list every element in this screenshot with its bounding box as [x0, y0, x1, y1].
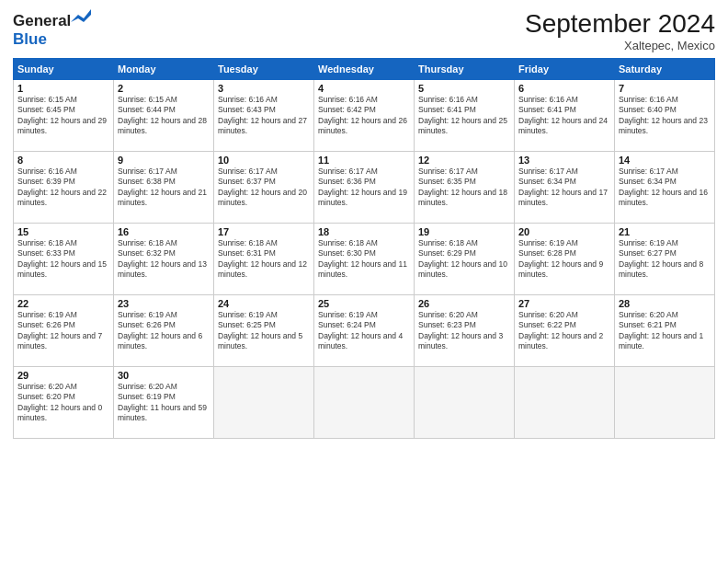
table-row: 29Sunrise: 6:20 AMSunset: 6:20 PMDayligh… [14, 367, 114, 439]
day-number: 28 [619, 298, 711, 309]
day-info: Sunrise: 6:15 AMSunset: 6:44 PMDaylight:… [118, 95, 210, 137]
logo: General Blue [13, 9, 91, 49]
day-info: Sunrise: 6:19 AMSunset: 6:26 PMDaylight:… [17, 310, 109, 352]
day-info: Sunrise: 6:18 AMSunset: 6:29 PMDaylight:… [418, 238, 510, 281]
day-info: Sunrise: 6:17 AMSunset: 6:34 PMDaylight:… [518, 167, 610, 209]
table-row [314, 367, 415, 439]
day-number: 19 [418, 226, 510, 237]
day-number: 16 [118, 226, 210, 237]
table-row: 6Sunrise: 6:16 AMSunset: 6:41 PMDaylight… [515, 80, 615, 152]
day-info: Sunrise: 6:20 AMSunset: 6:20 PMDaylight:… [17, 382, 109, 424]
day-number: 4 [318, 83, 410, 94]
header-friday: Friday [515, 59, 615, 80]
day-info: Sunrise: 6:15 AMSunset: 6:45 PMDaylight:… [17, 95, 109, 137]
day-number: 2 [118, 83, 210, 94]
calendar-header-row: Sunday Monday Tuesday Wednesday Thursday… [14, 59, 715, 80]
calendar-week-row: 8Sunrise: 6:16 AMSunset: 6:39 PMDaylight… [14, 152, 715, 224]
table-row [615, 367, 715, 439]
logo-blue: Blue [13, 30, 47, 48]
table-row: 7Sunrise: 6:16 AMSunset: 6:40 PMDaylight… [615, 80, 715, 152]
table-row: 27Sunrise: 6:20 AMSunset: 6:22 PMDayligh… [515, 295, 615, 367]
header-tuesday: Tuesday [214, 59, 314, 80]
day-info: Sunrise: 6:16 AMSunset: 6:42 PMDaylight:… [318, 95, 410, 137]
table-row: 15Sunrise: 6:18 AMSunset: 6:33 PMDayligh… [14, 224, 114, 295]
day-info: Sunrise: 6:20 AMSunset: 6:22 PMDaylight:… [518, 310, 610, 352]
day-info: Sunrise: 6:16 AMSunset: 6:40 PMDaylight:… [619, 95, 711, 137]
day-info: Sunrise: 6:18 AMSunset: 6:32 PMDaylight:… [118, 238, 210, 281]
table-row: 22Sunrise: 6:19 AMSunset: 6:26 PMDayligh… [14, 295, 114, 367]
day-number: 7 [619, 83, 711, 94]
header-monday: Monday [114, 59, 214, 80]
day-number: 10 [218, 155, 310, 166]
table-row: 16Sunrise: 6:18 AMSunset: 6:32 PMDayligh… [114, 224, 214, 295]
table-row: 17Sunrise: 6:18 AMSunset: 6:31 PMDayligh… [214, 224, 314, 295]
logo-general: General [13, 12, 71, 29]
day-info: Sunrise: 6:19 AMSunset: 6:26 PMDaylight:… [118, 310, 210, 352]
day-info: Sunrise: 6:19 AMSunset: 6:28 PMDaylight:… [518, 238, 610, 281]
day-info: Sunrise: 6:18 AMSunset: 6:31 PMDaylight:… [218, 238, 310, 281]
day-info: Sunrise: 6:20 AMSunset: 6:19 PMDaylight:… [118, 382, 210, 424]
day-number: 11 [318, 155, 410, 166]
day-info: Sunrise: 6:17 AMSunset: 6:34 PMDaylight:… [619, 167, 711, 209]
month-title: September 2024 [525, 9, 715, 39]
day-number: 1 [17, 83, 109, 94]
day-number: 6 [518, 83, 610, 94]
day-info: Sunrise: 6:17 AMSunset: 6:38 PMDaylight:… [118, 167, 210, 209]
table-row: 19Sunrise: 6:18 AMSunset: 6:29 PMDayligh… [415, 224, 515, 295]
day-info: Sunrise: 6:19 AMSunset: 6:24 PMDaylight:… [318, 310, 410, 352]
table-row [415, 367, 515, 439]
day-number: 8 [17, 155, 109, 166]
day-info: Sunrise: 6:16 AMSunset: 6:41 PMDaylight:… [518, 95, 610, 137]
day-number: 9 [118, 155, 210, 166]
header: General Blue September 2024 Xaltepec, Me… [13, 9, 715, 52]
day-number: 30 [118, 370, 210, 381]
day-number: 26 [418, 298, 510, 309]
table-row: 5Sunrise: 6:16 AMSunset: 6:41 PMDaylight… [415, 80, 515, 152]
table-row: 13Sunrise: 6:17 AMSunset: 6:34 PMDayligh… [515, 152, 615, 224]
table-row [214, 367, 314, 439]
day-number: 23 [118, 298, 210, 309]
day-info: Sunrise: 6:16 AMSunset: 6:39 PMDaylight:… [17, 167, 109, 209]
day-info: Sunrise: 6:19 AMSunset: 6:27 PMDaylight:… [619, 238, 711, 281]
table-row: 11Sunrise: 6:17 AMSunset: 6:36 PMDayligh… [314, 152, 415, 224]
table-row: 1Sunrise: 6:15 AMSunset: 6:45 PMDaylight… [14, 80, 114, 152]
header-sunday: Sunday [14, 59, 114, 80]
svg-marker-0 [71, 9, 91, 22]
calendar-week-row: 15Sunrise: 6:18 AMSunset: 6:33 PMDayligh… [14, 224, 715, 295]
day-number: 5 [418, 83, 510, 94]
logo-text: General Blue [13, 9, 91, 49]
table-row: 18Sunrise: 6:18 AMSunset: 6:30 PMDayligh… [314, 224, 415, 295]
table-row: 8Sunrise: 6:16 AMSunset: 6:39 PMDaylight… [14, 152, 114, 224]
table-row: 23Sunrise: 6:19 AMSunset: 6:26 PMDayligh… [114, 295, 214, 367]
day-info: Sunrise: 6:20 AMSunset: 6:23 PMDaylight:… [418, 310, 510, 352]
table-row: 14Sunrise: 6:17 AMSunset: 6:34 PMDayligh… [615, 152, 715, 224]
table-row: 20Sunrise: 6:19 AMSunset: 6:28 PMDayligh… [515, 224, 615, 295]
table-row: 28Sunrise: 6:20 AMSunset: 6:21 PMDayligh… [615, 295, 715, 367]
day-info: Sunrise: 6:18 AMSunset: 6:30 PMDaylight:… [318, 238, 410, 281]
calendar-table: Sunday Monday Tuesday Wednesday Thursday… [13, 58, 715, 439]
table-row: 30Sunrise: 6:20 AMSunset: 6:19 PMDayligh… [114, 367, 214, 439]
day-info: Sunrise: 6:19 AMSunset: 6:25 PMDaylight:… [218, 310, 310, 352]
day-number: 18 [318, 226, 410, 237]
table-row: 4Sunrise: 6:16 AMSunset: 6:42 PMDaylight… [314, 80, 415, 152]
location: Xaltepec, Mexico [525, 39, 715, 52]
day-info: Sunrise: 6:17 AMSunset: 6:37 PMDaylight:… [218, 167, 310, 209]
day-info: Sunrise: 6:20 AMSunset: 6:21 PMDaylight:… [619, 310, 711, 352]
day-number: 24 [218, 298, 310, 309]
table-row: 24Sunrise: 6:19 AMSunset: 6:25 PMDayligh… [214, 295, 314, 367]
logo-bird-icon [71, 9, 91, 26]
table-row: 21Sunrise: 6:19 AMSunset: 6:27 PMDayligh… [615, 224, 715, 295]
table-row: 12Sunrise: 6:17 AMSunset: 6:35 PMDayligh… [415, 152, 515, 224]
page: General Blue September 2024 Xaltepec, Me… [0, 0, 728, 563]
day-info: Sunrise: 6:16 AMSunset: 6:41 PMDaylight:… [418, 95, 510, 137]
day-number: 17 [218, 226, 310, 237]
table-row [515, 367, 615, 439]
day-number: 13 [518, 155, 610, 166]
day-info: Sunrise: 6:17 AMSunset: 6:36 PMDaylight:… [318, 167, 410, 209]
day-info: Sunrise: 6:18 AMSunset: 6:33 PMDaylight:… [17, 238, 109, 281]
title-block: September 2024 Xaltepec, Mexico [525, 9, 715, 52]
header-thursday: Thursday [415, 59, 515, 80]
table-row: 26Sunrise: 6:20 AMSunset: 6:23 PMDayligh… [415, 295, 515, 367]
calendar-week-row: 22Sunrise: 6:19 AMSunset: 6:26 PMDayligh… [14, 295, 715, 367]
day-number: 25 [318, 298, 410, 309]
